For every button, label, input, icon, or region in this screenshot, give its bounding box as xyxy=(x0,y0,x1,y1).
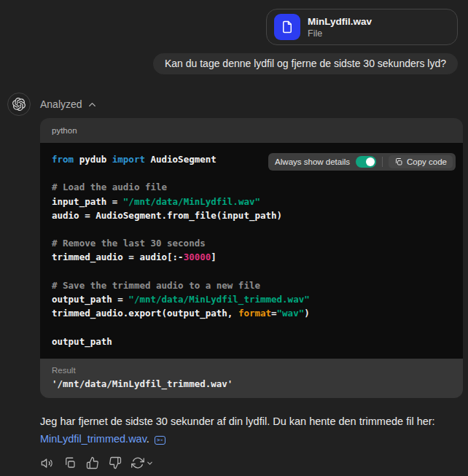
code-block: Always show details Copy code from pydub… xyxy=(40,143,463,359)
analyzed-label: Analyzed xyxy=(40,98,82,110)
always-show-details-toggle[interactable] xyxy=(356,156,376,168)
copy-code-label: Copy code xyxy=(407,157,447,166)
assistant-message-text: Jeg har fjernet de sidste 30 sekunder af… xyxy=(40,415,435,427)
code-content: from pydub import AudioSegment # Load th… xyxy=(52,152,451,348)
copy-code-button[interactable]: Copy code xyxy=(389,155,453,168)
copy-icon xyxy=(63,456,77,469)
thumbs-up-icon xyxy=(86,456,99,469)
code-citation-chip[interactable]: >- xyxy=(155,436,165,445)
assistant-avatar xyxy=(7,93,31,116)
file-icon xyxy=(274,14,300,40)
regenerate-button[interactable] xyxy=(129,454,156,472)
openai-logo-icon xyxy=(12,98,26,111)
assistant-message: Jeg har fjernet de sidste 30 sekunder af… xyxy=(40,413,463,448)
result-value: '/mnt/data/MinLydfil_trimmed.wav' xyxy=(52,378,451,389)
read-aloud-button[interactable] xyxy=(38,454,56,472)
sentence-period: . xyxy=(147,433,149,445)
copy-message-button[interactable] xyxy=(61,454,79,472)
file-name: MinLydfil.wav xyxy=(308,15,372,28)
file-meta: MinLydfil.wav File xyxy=(308,15,372,39)
trimmed-file-link[interactable]: MinLydfil_trimmed.wav xyxy=(40,433,147,445)
result-section: Result '/mnt/data/MinLydfil_trimmed.wav' xyxy=(40,359,463,398)
file-kind: File xyxy=(308,28,372,39)
chevron-up-icon xyxy=(87,99,98,110)
thumbs-up-button[interactable] xyxy=(84,454,101,472)
thumbs-down-button[interactable] xyxy=(106,454,124,472)
attachment-row: MinLydfil.wav File xyxy=(0,0,468,45)
assistant-content: Analyzed python Always show details Copy… xyxy=(40,93,463,472)
speaker-icon xyxy=(40,456,54,470)
controls-divider xyxy=(382,157,383,167)
always-show-details-label: Always show details xyxy=(275,157,350,166)
code-controls: Always show details Copy code xyxy=(268,153,456,171)
code-language-label: python xyxy=(40,118,463,143)
regenerate-icon xyxy=(131,456,144,469)
code-panel: python Always show details Copy code fro… xyxy=(40,118,463,398)
user-message-row: Kan du tage denne lydfil og fjerne de si… xyxy=(0,45,468,74)
analyzed-toggle[interactable]: Analyzed xyxy=(40,93,98,116)
file-attachment-card[interactable]: MinLydfil.wav File xyxy=(266,9,458,45)
result-label: Result xyxy=(52,366,451,375)
user-message-bubble: Kan du tage denne lydfil og fjerne de si… xyxy=(153,53,458,74)
message-action-bar xyxy=(38,454,463,472)
thumbs-down-icon xyxy=(109,456,122,469)
copy-icon xyxy=(394,157,403,166)
assistant-turn: Analyzed python Always show details Copy… xyxy=(0,74,468,472)
chevron-down-icon xyxy=(146,459,154,467)
